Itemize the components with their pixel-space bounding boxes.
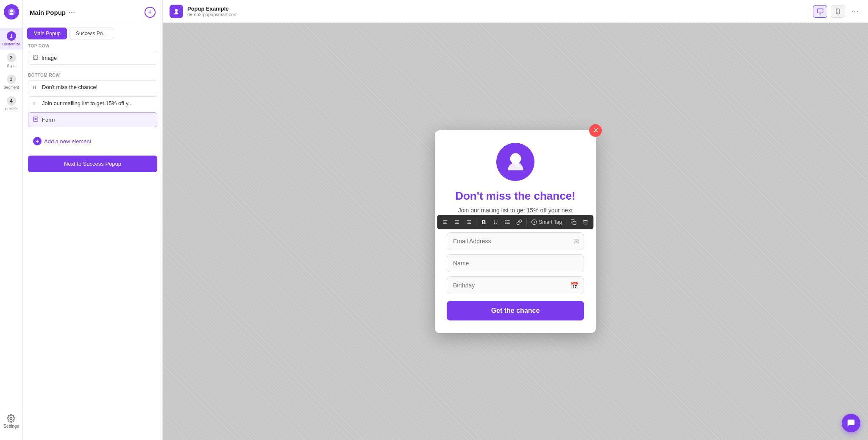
nav-number-2: 2 [7,53,16,62]
top-bar: Popup Example demo2.popupsmart.com ⋯ [163,0,868,23]
heading-label: Don't miss the chance! [42,84,97,90]
chat-button[interactable] [842,414,860,432]
panel-title: Main Popup ⋯ [30,8,75,17]
align-right-button[interactable] [463,217,474,228]
birthday-input-wrap: 📅 [447,276,584,294]
row-item-form[interactable]: Form [28,112,157,127]
underline-button[interactable]: U [490,217,501,228]
svg-rect-7 [817,9,823,13]
row-item-image[interactable]: 🖼 Image [28,51,157,65]
main-canvas: Popup Example demo2.popupsmart.com ⋯ [163,0,868,440]
sidebar-nav: 1 Customize 2 Style 3 Segment 4 Publish … [0,0,23,440]
popup-heading: Don't miss the chance! [455,189,576,203]
nav-number-4: 4 [7,96,16,106]
nav-number-3: 3 [7,75,16,84]
svg-point-12 [510,153,521,164]
bottom-row-label: BOTTOM ROW [28,73,157,78]
popup-card: ✕ Don't miss the chance! [435,130,596,333]
top-row-section: TOP ROW 🖼 Image [23,39,162,69]
popup-overlay: ✕ Don't miss the chance! [163,23,868,440]
panel-add-button[interactable]: + [145,7,156,18]
birthday-input[interactable] [447,276,584,294]
app-name: Popup Example [187,6,238,12]
desktop-device-button[interactable] [813,5,827,18]
sidebar-item-publish[interactable]: 4 Publish [0,93,22,114]
heading-prefix: H [33,85,39,90]
birthday-icon: 📅 [570,281,579,289]
app-url: demo2.popupsmart.com [187,12,238,17]
tab-main-popup[interactable]: Main Popup [27,28,67,39]
email-input[interactable] [447,232,584,250]
svg-point-6 [175,9,178,12]
link-button[interactable] [514,217,525,228]
form-label: Form [42,117,55,123]
row-item-text[interactable]: T Join our mailing list to get 15% off y… [28,96,157,110]
submit-button[interactable]: Get the chance [447,301,584,320]
text-label: Join our mailing list to get 15% off y..… [42,100,133,106]
add-element-label: Add a new element [44,138,91,145]
name-input-wrap [447,254,584,272]
bottom-row-section: BOTTOM ROW H Don't miss the chance! T Jo… [23,69,162,131]
app-info: Popup Example demo2.popupsmart.com [187,6,238,17]
nav-label-style: Style [7,64,15,68]
popup-logo [496,143,534,181]
panel-options-icon[interactable]: ⋯ [68,8,75,17]
panel-header: Main Popup ⋯ + [23,0,162,23]
smart-tag-label: Smart Tag [539,219,562,225]
copy-button[interactable] [568,217,579,228]
nav-label-segment: Segment [3,85,19,89]
settings-button[interactable]: Settings [2,409,20,434]
bold-button[interactable]: B [478,217,489,228]
tab-bar: Main Popup Success Po... [23,23,162,39]
svg-point-13 [516,162,521,167]
svg-point-26 [505,220,505,220]
form-icon [33,116,39,123]
nav-label-customize: Customize [2,42,20,46]
add-element-button[interactable]: + Add a new element [28,134,157,149]
toolbar-divider-2 [526,218,527,226]
nav-bottom: Settings [2,409,20,440]
align-left-button[interactable] [440,217,451,228]
delete-button[interactable] [580,217,591,228]
next-to-success-button[interactable]: Next to Success Popup [28,156,157,172]
nav-label-publish: Publish [5,107,18,111]
add-element-plus-icon: + [33,137,42,145]
sidebar-item-style[interactable]: 2 Style [0,50,22,71]
svg-point-27 [505,222,505,222]
app-logo-nav [4,4,19,19]
app-logo-area: Popup Example demo2.popupsmart.com [170,5,238,18]
name-input[interactable] [447,254,584,272]
format-toolbar: B U Smart Tag [437,215,593,229]
row-item-heading[interactable]: H Don't miss the chance! [28,80,157,94]
sidebar-item-segment[interactable]: 3 Segment [0,71,22,93]
svg-point-2 [10,418,12,420]
toolbar-divider-3 [566,218,567,226]
svg-point-28 [505,223,505,223]
email-input-wrap: ✉ [447,232,584,250]
align-center-button[interactable] [451,217,462,228]
device-bar: ⋯ [813,5,861,18]
top-row-label: TOP ROW [28,44,157,48]
svg-point-1 [10,9,13,12]
popup-close-button[interactable]: ✕ [589,124,602,137]
image-label: Image [42,55,57,61]
toolbar-divider-1 [476,218,476,226]
text-prefix: T [33,101,39,106]
mobile-device-button[interactable] [831,5,845,18]
smart-tag-button[interactable]: Smart Tag [529,218,564,226]
app-logo [170,5,183,18]
list-button[interactable] [502,217,513,228]
email-icon: ✉ [573,237,579,245]
canvas-more-button[interactable]: ⋯ [849,5,861,18]
tab-success-popup[interactable]: Success Po... [70,28,113,39]
svg-rect-30 [573,221,576,225]
sidebar-item-customize[interactable]: 1 Customize [0,28,22,50]
panel-title-text: Main Popup [30,9,66,16]
side-panel: Main Popup ⋯ + Main Popup Success Po... … [23,0,163,440]
image-icon: 🖼 [33,55,38,61]
settings-label: Settings [3,424,19,429]
svg-point-11 [837,12,838,13]
nav-number-1: 1 [7,31,16,41]
